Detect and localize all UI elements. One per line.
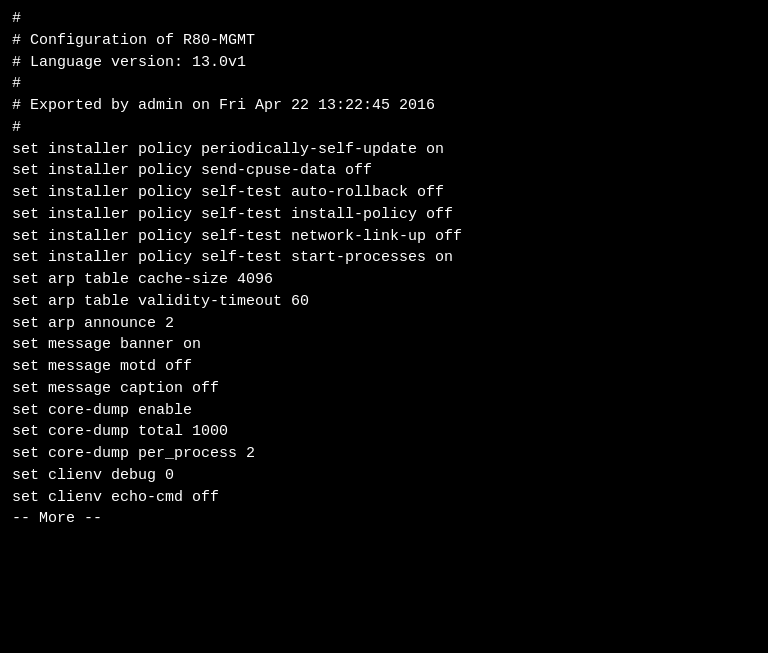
terminal-line: # Exported by admin on Fri Apr 22 13:22:… bbox=[12, 95, 756, 117]
terminal-line: # Language version: 13.0v1 bbox=[12, 52, 756, 74]
terminal-line: set message banner on bbox=[12, 334, 756, 356]
terminal-line: set installer policy self-test start-pro… bbox=[12, 247, 756, 269]
terminal-window: ## Configuration of R80-MGMT# Language v… bbox=[0, 0, 768, 653]
terminal-line: set message caption off bbox=[12, 378, 756, 400]
terminal-line: set installer policy send-cpuse-data off bbox=[12, 160, 756, 182]
terminal-line: set arp announce 2 bbox=[12, 313, 756, 335]
terminal-line: set installer policy self-test install-p… bbox=[12, 204, 756, 226]
terminal-line: set clienv echo-cmd off bbox=[12, 487, 756, 509]
terminal-line: set arp table validity-timeout 60 bbox=[12, 291, 756, 313]
terminal-line: # bbox=[12, 117, 756, 139]
terminal-line: set arp table cache-size 4096 bbox=[12, 269, 756, 291]
terminal-line: # bbox=[12, 73, 756, 95]
terminal-line: set core-dump total 1000 bbox=[12, 421, 756, 443]
terminal-line: set clienv debug 0 bbox=[12, 465, 756, 487]
terminal-line: set installer policy self-test auto-roll… bbox=[12, 182, 756, 204]
terminal-line: set installer policy self-test network-l… bbox=[12, 226, 756, 248]
terminal-line: -- More -- bbox=[12, 508, 756, 530]
terminal-line: set installer policy periodically-self-u… bbox=[12, 139, 756, 161]
terminal-line: # Configuration of R80-MGMT bbox=[12, 30, 756, 52]
terminal-line: set core-dump enable bbox=[12, 400, 756, 422]
terminal-line: set message motd off bbox=[12, 356, 756, 378]
terminal-line: # bbox=[12, 8, 756, 30]
terminal-line: set core-dump per_process 2 bbox=[12, 443, 756, 465]
